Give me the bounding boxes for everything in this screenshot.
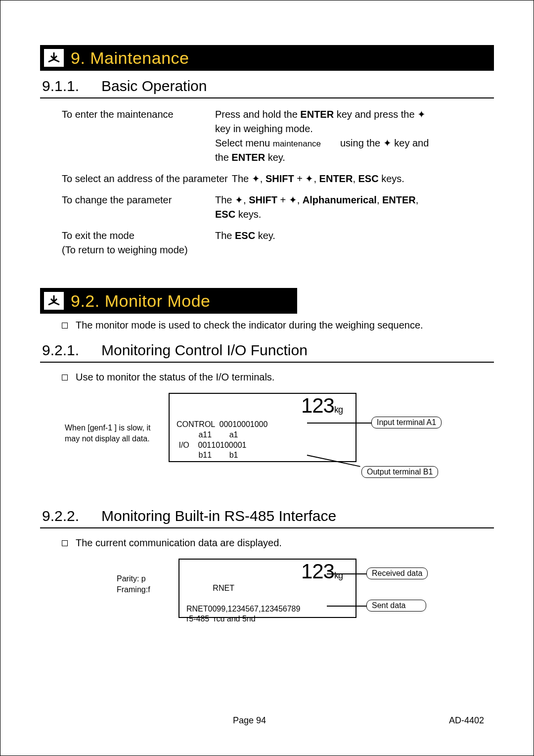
weight-value: 123kg bbox=[301, 560, 343, 583]
op-desc: The ✦, SHIFT + ✦, ENTER, ESC keys. bbox=[228, 172, 494, 186]
diagram-caption: When [genf-1 ] is slow, it may not displ… bbox=[65, 423, 150, 445]
callout-input-a1: Input terminal A1 bbox=[371, 417, 442, 428]
section-heading-922: 9.2.2. Monitoring Built-in RS-485 Interf… bbox=[40, 507, 494, 528]
square-bullet-icon bbox=[62, 323, 68, 329]
screen-text: RNET RNET0099,1234567,123456789 r5-485 r… bbox=[186, 583, 300, 624]
callout-connector bbox=[327, 606, 366, 607]
page-number: Page 94 bbox=[233, 715, 266, 726]
section-heading-921: 9.2.1. Monitoring Control I/O Function bbox=[40, 341, 494, 363]
note-line: Use to monitor the status of the I/O ter… bbox=[62, 372, 494, 383]
doc-code: AD-4402 bbox=[449, 715, 484, 726]
op-desc: The ESC key. bbox=[215, 229, 494, 257]
callout-connector bbox=[307, 423, 371, 424]
op-label: To change the parameter bbox=[62, 193, 215, 222]
arrow-key-icon: ✦ bbox=[417, 109, 426, 120]
section-number: 9.2.1. bbox=[42, 342, 82, 359]
callout-connector bbox=[327, 573, 366, 574]
arrow-key-icon: ✦ bbox=[252, 173, 260, 184]
op-desc: The ✦, SHIFT + ✦, Alphanumerical, ENTER,… bbox=[215, 193, 494, 222]
download-icon bbox=[43, 291, 65, 311]
subsection-banner: 9.2. Monitor Mode bbox=[40, 288, 297, 314]
note-line: The current communication data are displ… bbox=[62, 537, 494, 549]
op-label: To select an address of the parameter bbox=[62, 172, 228, 186]
arrow-key-icon: ✦ bbox=[289, 194, 297, 205]
chapter-title: 9. Maintenance bbox=[71, 48, 189, 68]
section-heading-911: 9.1.1. Basic Operation bbox=[40, 77, 494, 98]
section-number: 9.2.2. bbox=[42, 508, 82, 524]
op-row-exit: To exit the mode (To return to weighing … bbox=[62, 229, 494, 257]
op-desc: Press and hold the ENTER key and press t… bbox=[215, 107, 494, 165]
arrow-key-icon: ✦ bbox=[383, 138, 392, 148]
section-number: 9.1.1. bbox=[42, 78, 82, 94]
callout-received: Received data bbox=[366, 567, 428, 579]
note-line: The monitor mode is used to check the in… bbox=[62, 320, 494, 331]
arrow-key-icon: ✦ bbox=[305, 173, 313, 184]
chapter-banner: 9. Maintenance bbox=[40, 45, 494, 71]
subsection-title: 9.2. Monitor Mode bbox=[71, 291, 211, 311]
arrow-key-icon: ✦ bbox=[235, 194, 243, 205]
callout-sent: Sent data bbox=[366, 600, 426, 612]
indicator-screen: 123kg RNET RNET0099,1234567,123456789 r5… bbox=[178, 559, 356, 618]
diagram-control-io: When [genf-1 ] is slow, it may not displ… bbox=[40, 393, 494, 482]
op-label: To enter the maintenance bbox=[62, 107, 215, 165]
op-row-select: To select an address of the parameter Th… bbox=[62, 172, 494, 186]
indicator-screen: 123kg CONTROL 00010001000 a11 a1 I/O 001… bbox=[169, 393, 356, 462]
diagram-caption: Parity: p Framing:f bbox=[117, 573, 150, 596]
op-row-change: To change the parameter The ✦, SHIFT + ✦… bbox=[62, 193, 494, 222]
square-bullet-icon bbox=[62, 375, 68, 380]
download-icon bbox=[43, 48, 65, 68]
op-row-enter: To enter the maintenance Press and hold … bbox=[62, 107, 494, 165]
callout-output-b1: Output terminal B1 bbox=[361, 466, 438, 478]
section-title: Basic Operation bbox=[101, 78, 207, 94]
section-title: Monitoring Built-in RS-485 Interface bbox=[101, 508, 336, 524]
section-title: Monitoring Control I/O Function bbox=[101, 342, 308, 359]
op-label: To exit the mode (To return to weighing … bbox=[62, 229, 215, 257]
screen-text: CONTROL 00010001000 a11 a1 I/O 001101000… bbox=[177, 420, 267, 461]
weight-value: 123kg bbox=[301, 394, 343, 418]
diagram-rs485: Parity: p Framing:f 123kg RNET RNET0099,… bbox=[40, 559, 494, 628]
page-footer: Page 94 AD-4402 bbox=[0, 715, 534, 726]
square-bullet-icon bbox=[62, 540, 68, 546]
